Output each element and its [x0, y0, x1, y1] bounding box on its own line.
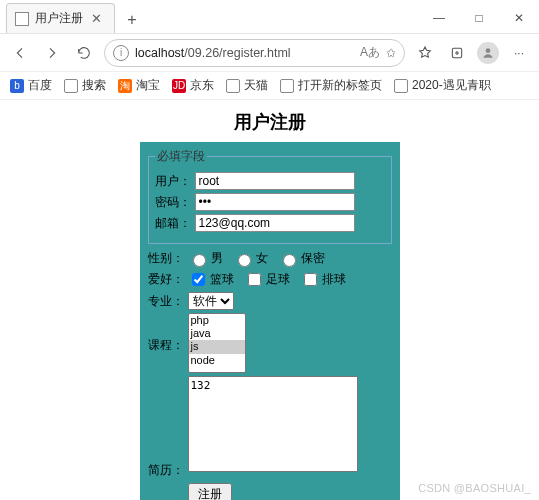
radio-female[interactable]: 女 — [233, 250, 268, 267]
bookmark-qingzhi[interactable]: 2020-遇见青职 — [394, 77, 491, 94]
doc-icon — [64, 79, 78, 93]
browser-tab[interactable]: 用户注册 ✕ — [6, 3, 115, 33]
doc-icon — [226, 79, 240, 93]
watermark: CSDN @BAOSHUAI_ — [418, 482, 531, 494]
taobao-icon: 淘 — [118, 79, 132, 93]
favorites-hub-icon[interactable] — [413, 41, 437, 65]
email-input[interactable] — [195, 214, 355, 232]
profile-avatar[interactable] — [477, 42, 499, 64]
site-info-icon[interactable]: i — [113, 45, 129, 61]
reader-mode-icon[interactable]: Aあ — [360, 44, 380, 61]
label-gender: 性别： — [148, 250, 188, 267]
course-option: node — [189, 354, 245, 367]
label-resume: 简历： — [148, 376, 188, 479]
label-pass: 密码： — [155, 194, 195, 211]
register-form: 必填字段 用户： 密码： 邮箱： 性别： 男 女 保密 爱好： — [140, 142, 400, 500]
more-menu-icon[interactable]: ··· — [507, 41, 531, 65]
bookmark-newtab[interactable]: 打开新的标签页 — [280, 77, 382, 94]
url-text: localhost/09.26/register.html — [135, 46, 354, 60]
fieldset-legend: 必填字段 — [155, 148, 207, 165]
window-minimize-button[interactable]: — — [419, 3, 459, 33]
bookmark-taobao[interactable]: 淘淘宝 — [118, 77, 160, 94]
radio-secret[interactable]: 保密 — [278, 250, 325, 267]
label-major: 专业： — [148, 293, 188, 310]
hobby-options: 篮球 足球 排球 — [188, 270, 352, 289]
label-email: 邮箱： — [155, 215, 195, 232]
label-course: 课程： — [148, 313, 188, 373]
baidu-icon: b — [10, 79, 24, 93]
tab-title: 用户注册 — [35, 10, 83, 27]
resume-textarea[interactable]: 132 — [188, 376, 358, 472]
doc-icon — [394, 79, 408, 93]
gender-options: 男 女 保密 — [188, 250, 331, 267]
page-content: 用户注册 必填字段 用户： 密码： 邮箱： 性别： 男 女 保密 — [0, 100, 539, 500]
bookmark-search[interactable]: 搜索 — [64, 77, 106, 94]
page-favicon-icon — [15, 12, 29, 26]
required-fieldset: 必填字段 用户： 密码： 邮箱： — [148, 148, 392, 244]
user-input[interactable] — [195, 172, 355, 190]
course-option: php — [189, 314, 245, 327]
label-hobby: 爱好： — [148, 271, 188, 288]
new-tab-button[interactable]: + — [119, 7, 145, 33]
nav-reload-button[interactable] — [72, 41, 96, 65]
nav-back-button[interactable] — [8, 41, 32, 65]
browser-titlebar: 用户注册 ✕ + — □ ✕ — [0, 0, 539, 34]
check-basketball[interactable]: 篮球 — [188, 270, 234, 289]
bookmarks-bar: b百度 搜索 淘淘宝 JD京东 天猫 打开新的标签页 2020-遇见青职 — [0, 72, 539, 100]
doc-icon — [280, 79, 294, 93]
jd-icon: JD — [172, 79, 186, 93]
page-title: 用户注册 — [0, 110, 539, 134]
tab-close-icon[interactable]: ✕ — [89, 11, 104, 26]
bookmark-baidu[interactable]: b百度 — [10, 77, 52, 94]
password-input[interactable] — [195, 193, 355, 211]
favorite-icon[interactable]: ✩ — [386, 46, 396, 60]
radio-male[interactable]: 男 — [188, 250, 223, 267]
course-option: js — [189, 340, 245, 353]
bookmark-tmall[interactable]: 天猫 — [226, 77, 268, 94]
course-option: java — [189, 327, 245, 340]
submit-button[interactable] — [188, 483, 232, 500]
address-bar[interactable]: i localhost/09.26/register.html Aあ ✩ — [104, 39, 405, 67]
collections-icon[interactable] — [445, 41, 469, 65]
window-close-button[interactable]: ✕ — [499, 3, 539, 33]
browser-toolbar: i localhost/09.26/register.html Aあ ✩ ··· — [0, 34, 539, 72]
bookmark-jd[interactable]: JD京东 — [172, 77, 214, 94]
check-football[interactable]: 足球 — [244, 270, 290, 289]
nav-forward-button[interactable] — [40, 41, 64, 65]
svg-point-1 — [486, 48, 491, 53]
label-user: 用户： — [155, 173, 195, 190]
window-controls: — □ ✕ — [419, 3, 539, 33]
major-select[interactable]: 软件 — [188, 292, 234, 310]
check-volleyball[interactable]: 排球 — [300, 270, 346, 289]
window-maximize-button[interactable]: □ — [459, 3, 499, 33]
course-listbox[interactable]: php java js node — [188, 313, 246, 373]
